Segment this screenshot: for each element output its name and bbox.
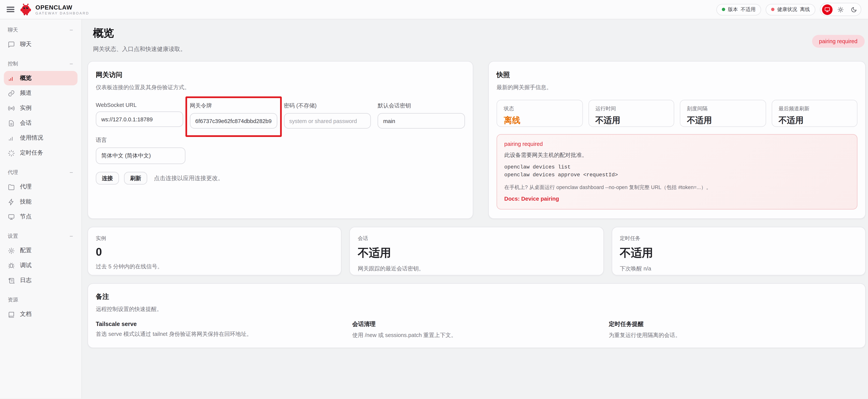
sidebar-item-nodes[interactable]: 节点 (4, 209, 78, 224)
sidebar-item-docs[interactable]: 文档 (4, 307, 78, 322)
sidebar-item-agents[interactable]: 代理 (4, 179, 78, 194)
main-content: 概览 网关状态、入口点和快速健康读取。 pairing required 网关访… (82, 20, 868, 399)
section-label: 设置 (8, 233, 18, 240)
cron-stat-card: 定时任务 不适用 下次唤醒 n/a (612, 227, 866, 275)
menu-toggle-icon[interactable] (7, 5, 14, 13)
sidebar-item-label: 使用情况 (20, 134, 43, 142)
sidebar-item-instances[interactable]: 实例 (4, 101, 78, 115)
scroll-icon (8, 277, 15, 284)
session-key-input[interactable] (378, 113, 465, 129)
password-field-group: 密码 (不存储) (284, 102, 371, 129)
instances-caption: 过去 5 分钟内的在线信号。 (96, 262, 333, 270)
tick-interval-tile: 刻度间隔 不适用 (680, 100, 766, 127)
sessions-label: 会话 (358, 235, 595, 242)
password-input[interactable] (284, 113, 371, 129)
snapshot-tiles: 状态 离线 运行时间 不适用 刻度间隔 不适用 最后频道刷新 (496, 100, 857, 127)
book-icon (8, 311, 15, 318)
ws-url-input[interactable] (96, 111, 183, 127)
brand-subtitle: GATEWAY DASHBOARD (35, 11, 89, 15)
tick-interval-tile-value: 不适用 (687, 115, 758, 126)
sidebar-section-resources: 资源 文档 (0, 295, 81, 322)
sidebar-section-agents-header: 代理 − (0, 167, 81, 179)
file-text-icon (8, 119, 15, 127)
sidebar-item-label: 文档 (20, 310, 32, 318)
zap-icon (8, 198, 15, 205)
note-tailscale-text: 首选 serve 模式以通过 tailnet 身份验证将网关保持在回环地址。 (96, 330, 345, 338)
refresh-button[interactable]: 刷新 (124, 172, 147, 184)
sidebar-item-channels[interactable]: 频道 (4, 86, 78, 101)
note-tailscale: Tailscale serve 首选 serve 模式以通过 tailnet 身… (96, 320, 345, 339)
pairing-alert-code-line2: openclaw devices approve <requestId> (504, 171, 850, 179)
bar-chart-icon (8, 75, 15, 82)
gateway-card-title: 网关访问 (96, 70, 465, 80)
section-label: 控制 (8, 60, 18, 68)
sidebar-item-cron[interactable]: 定时任务 (4, 146, 78, 160)
last-refresh-tile: 最后频道刷新 不适用 (771, 100, 857, 127)
collapse-minus-icon[interactable]: − (69, 170, 73, 176)
session-key-field-group: 默认会话密钥 (378, 102, 465, 129)
theme-system-button[interactable] (822, 4, 833, 15)
collapse-minus-icon[interactable]: − (69, 27, 73, 33)
sidebar-item-label: 会话 (20, 119, 32, 127)
sidebar-item-sessions[interactable]: 会话 (4, 116, 78, 130)
snapshot-card-subtitle: 最新的网关握手信息。 (496, 84, 857, 91)
instances-label: 实例 (96, 235, 333, 242)
version-badge-label: 版本 (728, 6, 738, 13)
collapse-minus-icon[interactable]: − (69, 233, 73, 239)
cron-value: 不适用 (620, 245, 857, 260)
sidebar-item-label: 节点 (20, 213, 32, 221)
theme-light-button[interactable] (835, 4, 846, 15)
sidebar-section-chat: 聊天 − 聊天 (0, 25, 81, 52)
sidebar-item-label: 代理 (20, 183, 32, 191)
collapse-minus-icon[interactable]: − (69, 61, 73, 67)
connect-button[interactable]: 连接 (96, 172, 119, 184)
stat-cards-row: 实例 0 过去 5 分钟内的在线信号。 会话 不适用 网关跟踪的最近会话密钥。 … (87, 227, 866, 275)
gateway-token-input[interactable] (190, 113, 277, 129)
gateway-access-card: 网关访问 仪表板连接的位置及其身份验证方式。 WebSocket URL 网关令… (87, 61, 473, 219)
cron-label: 定时任务 (620, 235, 857, 242)
gateway-form: WebSocket URL 网关令牌 密码 (不存储) (96, 102, 465, 129)
section-label: 代理 (8, 169, 18, 176)
language-select[interactable]: 简体中文 (简体中文) (96, 147, 185, 164)
sidebar-section-settings-header: 设置 − (0, 231, 81, 243)
sidebar-item-label: 频道 (20, 89, 32, 97)
sidebar-item-config[interactable]: 配置 (4, 243, 78, 258)
language-field-group: 语言 简体中文 (简体中文) (96, 136, 185, 164)
sidebar-section-chat-header: 聊天 − (0, 25, 81, 36)
snapshot-card: 快照 最新的网关握手信息。 状态 离线 运行时间 不适用 刻度间隔 (488, 61, 866, 219)
pairing-alert-title: pairing required (504, 141, 850, 147)
uptime-tile-value: 不适用 (595, 115, 667, 126)
pairing-required-pill: pairing required (812, 35, 865, 48)
health-badge: 健康状况 离线 (766, 4, 815, 15)
sidebar-item-skills[interactable]: 技能 (4, 195, 78, 209)
gateway-card-subtitle: 仪表板连接的位置及其身份验证方式。 (96, 84, 465, 91)
top-cards-row: 网关访问 仪表板连接的位置及其身份验证方式。 WebSocket URL 网关令… (87, 61, 866, 219)
sidebar-item-label: 概览 (20, 74, 32, 82)
sidebar-section-agents: 代理 − 代理 技能 节点 (0, 167, 81, 224)
device-pairing-docs-link[interactable]: Docs: Device pairing (504, 195, 559, 201)
page-subtitle: 网关状态、入口点和快速健康读取。 (93, 46, 186, 53)
pairing-alert-text: 此设备需要网关主机的配对批准。 (504, 151, 850, 159)
sidebar-item-chat[interactable]: 聊天 (4, 37, 78, 52)
bug-icon (8, 262, 15, 269)
version-badge: 版本 不适用 (716, 4, 761, 15)
sidebar: 聊天 − 聊天 控制 − 概览 频道 (0, 20, 82, 399)
sidebar-item-overview[interactable]: 概览 (4, 71, 78, 85)
page-head: 概览 网关状态、入口点和快速健康读取。 pairing required (87, 26, 866, 53)
section-label: 资源 (8, 296, 18, 304)
brand-name: OPENCLAW (35, 4, 89, 10)
sidebar-item-usage[interactable]: 使用情况 (4, 131, 78, 145)
snapshot-card-title: 快照 (496, 70, 857, 80)
sidebar-item-label: 聊天 (20, 40, 32, 48)
topbar-left: OPENCLAW GATEWAY DASHBOARD (7, 3, 89, 16)
note-cron-reminder-title: 定时任务提醒 (609, 320, 858, 328)
sidebar-item-label: 日志 (20, 277, 32, 284)
sidebar-item-logs[interactable]: 日志 (4, 273, 78, 288)
link-icon (8, 90, 15, 97)
theme-dark-button[interactable] (849, 4, 859, 15)
uptime-tile-label: 运行时间 (595, 105, 667, 113)
gateway-actions: 连接 刷新 点击连接以应用连接更改。 (96, 172, 465, 184)
sidebar-item-debug[interactable]: 调试 (4, 258, 78, 273)
pairing-alert-code-line1: openclaw devices list (504, 164, 850, 172)
shell: 聊天 − 聊天 控制 − 概览 频道 (0, 20, 868, 399)
